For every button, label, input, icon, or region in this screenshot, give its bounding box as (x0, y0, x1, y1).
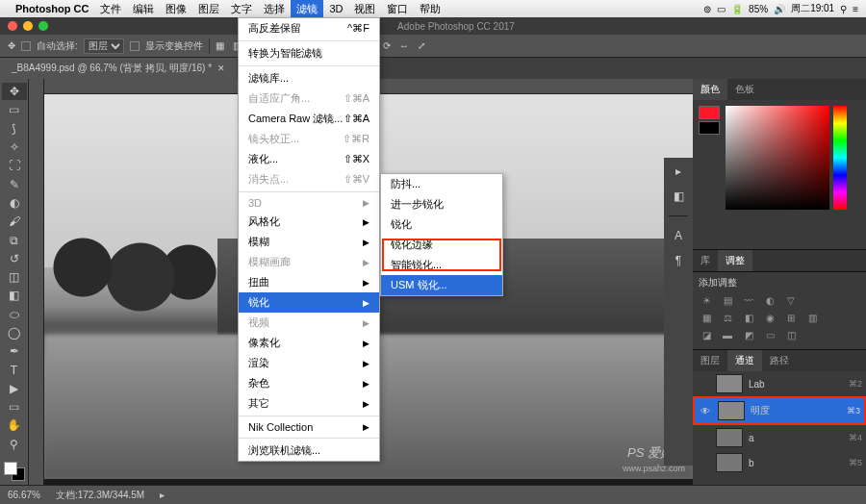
posterize-adjustment-icon[interactable]: ▬ (720, 328, 735, 341)
submenu-sharpen[interactable]: 锐化 (381, 214, 502, 235)
minimize-window-button[interactable] (23, 21, 33, 31)
brush-tool[interactable]: 🖌 (2, 213, 27, 230)
menu-image[interactable]: 图像 (160, 0, 192, 18)
menu-item-last-filter[interactable]: 高反差保留^⌘F (239, 18, 379, 38)
auto-select-target[interactable]: 图层 (84, 38, 124, 54)
hand-tool[interactable]: ✋ (2, 416, 27, 434)
menu-item-distort[interactable]: 扭曲▶ (239, 272, 379, 292)
paragraph-panel-icon[interactable]: ¶ (669, 251, 688, 270)
vertical-ruler[interactable] (29, 79, 44, 485)
move-tool[interactable]: ✥ (2, 83, 27, 100)
menu-edit[interactable]: 编辑 (127, 0, 160, 18)
eraser-tool[interactable]: ◫ (2, 268, 27, 286)
path-select-tool[interactable]: ▶ (2, 380, 27, 397)
menu-type[interactable]: 文字 (225, 0, 258, 18)
channel-row-lightness[interactable]: 👁 明度 ⌘3 (693, 396, 866, 425)
submenu-smart-sharpen[interactable]: 智能锐化... (381, 255, 502, 275)
type-tool[interactable]: T (2, 361, 27, 378)
tab-layers[interactable]: 图层 (693, 350, 727, 371)
history-brush-tool[interactable]: ↺ (2, 250, 27, 267)
menu-item-sharpen[interactable]: 锐化▶ (239, 292, 379, 313)
character-panel-icon[interactable]: A (669, 226, 688, 245)
menu-item-stylize[interactable]: 风格化▶ (239, 212, 379, 232)
tab-color[interactable]: 颜色 (693, 79, 727, 100)
wifi-icon[interactable]: ⊚ (703, 4, 711, 14)
menu-item-pixelate[interactable]: 像素化▶ (239, 333, 379, 353)
status-arrow-icon[interactable]: ▸ (160, 490, 165, 500)
tab-channels[interactable]: 通道 (727, 350, 762, 371)
submenu-usm-sharpen[interactable]: USM 锐化... (381, 275, 502, 295)
move-tool-icon[interactable]: ✥ (8, 40, 15, 51)
app-name[interactable]: Photoshop CC (15, 3, 89, 14)
vibrance-adjustment-icon[interactable]: ▽ (783, 293, 799, 307)
healing-brush-tool[interactable]: ◐ (2, 194, 27, 212)
bw-adjustment-icon[interactable]: ◧ (741, 311, 756, 324)
menu-window[interactable]: 窗口 (381, 0, 414, 18)
eyedropper-tool[interactable]: ✎ (2, 175, 27, 192)
menu-file[interactable]: 文件 (94, 0, 127, 18)
invert-adjustment-icon[interactable]: ◪ (699, 328, 714, 341)
color-field[interactable] (726, 106, 829, 210)
crop-tool[interactable]: ⛶ (2, 157, 27, 174)
tab-libraries[interactable]: 库 (693, 250, 718, 271)
menu-item-liquify[interactable]: 液化...⇧⌘X (239, 149, 379, 169)
blur-tool[interactable]: ⬭ (2, 306, 27, 323)
menu-filter[interactable]: 滤镜 (291, 0, 323, 18)
hue-adjustment-icon[interactable]: ▦ (699, 311, 714, 324)
menu-item-noise[interactable]: 杂色▶ (239, 373, 379, 393)
tab-swatches[interactable]: 色板 (727, 79, 762, 100)
gradient-tool[interactable]: ◧ (2, 287, 27, 304)
lasso-tool[interactable]: ⟆ (2, 120, 27, 138)
clone-stamp-tool[interactable]: ⧉ (2, 231, 27, 248)
zoom-tool[interactable]: ⚲ (2, 436, 27, 453)
zoom-level[interactable]: 66.67% (8, 490, 40, 500)
gradient-map-adjustment-icon[interactable]: ▭ (762, 328, 777, 341)
exposure-adjustment-icon[interactable]: ◐ (762, 293, 777, 307)
brightness-adjustment-icon[interactable]: ☀ (699, 293, 714, 307)
color-swatches[interactable] (4, 462, 25, 481)
menu-3d[interactable]: 3D (323, 1, 348, 16)
selective-color-adjustment-icon[interactable]: ◫ (783, 328, 799, 341)
menu-item-filter-gallery[interactable]: 滤镜库... (239, 68, 379, 88)
actions-panel-icon[interactable]: ◧ (669, 187, 688, 206)
menu-item-blur[interactable]: 模糊▶ (239, 232, 379, 252)
tab-paths[interactable]: 路径 (762, 350, 797, 371)
history-panel-icon[interactable]: ▸ (669, 162, 688, 181)
menu-view[interactable]: 视图 (348, 0, 381, 18)
photo-filter-adjustment-icon[interactable]: ◉ (762, 311, 777, 324)
close-tab-icon[interactable]: ✕ (217, 63, 225, 73)
channel-row-a[interactable]: a ⌘4 (693, 425, 866, 450)
auto-select-checkbox[interactable] (21, 41, 31, 51)
menu-help[interactable]: 帮助 (414, 0, 446, 18)
menu-item-convert-smart[interactable]: 转换为智能滤镜 (239, 43, 379, 63)
notification-center-icon[interactable]: ≡ (853, 4, 858, 14)
channel-row-lab[interactable]: Lab ⌘2 (693, 371, 866, 396)
menu-select[interactable]: 选择 (258, 0, 291, 18)
menu-item-render[interactable]: 渲染▶ (239, 353, 379, 373)
shape-tool[interactable]: ▭ (2, 398, 27, 416)
menu-item-other[interactable]: 其它▶ (239, 393, 379, 414)
maximize-window-button[interactable] (38, 21, 48, 31)
levels-adjustment-icon[interactable]: ▤ (720, 293, 735, 307)
submenu-sharpen-more[interactable]: 进一步锐化 (381, 194, 502, 214)
menu-item-camera-raw[interactable]: Camera Raw 滤镜...⇧⌘A (239, 109, 379, 129)
volume-icon[interactable]: 🔊 (774, 4, 785, 14)
submenu-sharpen-edges[interactable]: 锐化边缘 (381, 235, 502, 255)
foreground-color[interactable] (4, 462, 17, 475)
menu-item-browse-online[interactable]: 浏览联机滤镜... (239, 441, 379, 461)
marquee-tool[interactable]: ▭ (2, 101, 27, 118)
color-lookup-adjustment-icon[interactable]: ▥ (804, 311, 820, 324)
curves-adjustment-icon[interactable]: 〰 (741, 293, 756, 307)
threshold-adjustment-icon[interactable]: ◩ (741, 328, 756, 341)
channel-row-b[interactable]: b ⌘5 (693, 450, 866, 475)
dodge-tool[interactable]: ◯ (2, 324, 27, 341)
tab-adjustments[interactable]: 调整 (718, 250, 752, 271)
menu-item-nik[interactable]: Nik Collection▶ (239, 418, 379, 436)
menu-layer[interactable]: 图层 (192, 0, 225, 18)
visibility-toggle[interactable]: 👁 (699, 406, 712, 416)
channel-mixer-adjustment-icon[interactable]: ⊞ (783, 311, 799, 324)
color-balance-adjustment-icon[interactable]: ⚖ (720, 311, 735, 324)
submenu-shake-reduction[interactable]: 防抖... (381, 174, 502, 194)
magic-wand-tool[interactable]: ✧ (2, 139, 27, 156)
document-size[interactable]: 文档:172.3M/344.5M (56, 489, 144, 502)
